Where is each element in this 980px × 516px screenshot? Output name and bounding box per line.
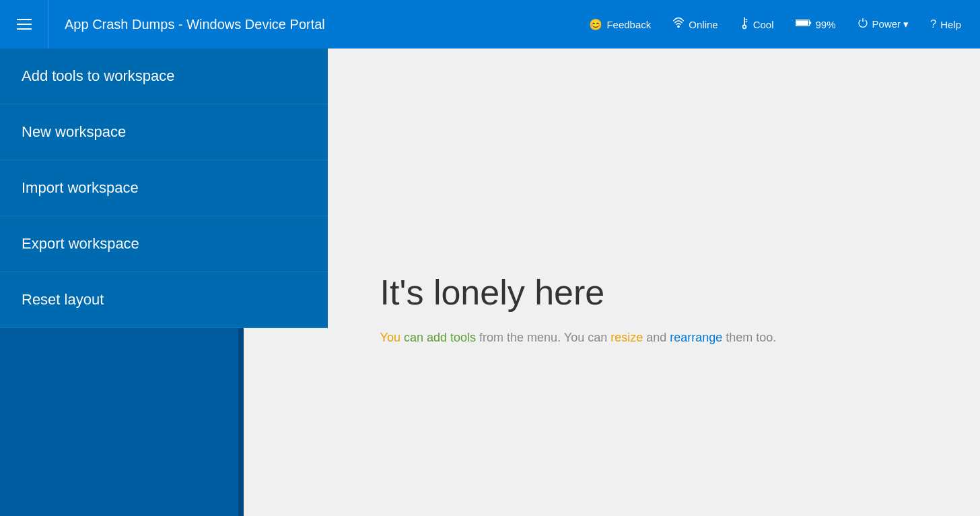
subtext-word-can: can: [400, 331, 427, 344]
online-label: Online: [689, 19, 718, 30]
power-icon: [858, 18, 868, 31]
power-button[interactable]: Power ▾: [849, 12, 917, 36]
battery-button[interactable]: 99%: [788, 13, 844, 36]
main-area: Hologram Stability Kiosk mode Logging Ma…: [0, 49, 980, 516]
lonely-subtext: You can add tools from the menu. You can…: [380, 329, 777, 347]
content-inner: It's lonely here You can add tools from …: [367, 259, 790, 360]
dropdown-import-workspace[interactable]: Import workspace: [0, 160, 328, 216]
power-label: Power ▾: [872, 18, 909, 30]
header-actions: 😊 Feedback Online: [581, 11, 980, 38]
battery-icon: [796, 18, 812, 30]
dropdown-add-tools[interactable]: Add tools to workspace: [0, 49, 328, 104]
subtext-word-you: You: [380, 331, 400, 344]
subtext-word-resize: resize: [610, 331, 643, 344]
subtext-word-and: and: [643, 331, 670, 344]
dropdown-new-workspace[interactable]: New workspace: [0, 104, 328, 160]
online-icon: [672, 17, 685, 32]
battery-label: 99%: [816, 19, 836, 30]
svg-point-2: [742, 25, 746, 28]
svg-rect-6: [796, 21, 808, 26]
help-icon: ?: [930, 18, 936, 30]
hamburger-icon: [17, 19, 32, 30]
svg-point-0: [678, 26, 679, 27]
online-button[interactable]: Online: [664, 11, 726, 37]
dropdown-import-workspace-label: Import workspace: [22, 179, 139, 196]
dropdown-new-workspace-label: New workspace: [22, 123, 126, 140]
subtext-word-rearrange: rearrange: [670, 331, 722, 344]
dropdown-export-workspace[interactable]: Export workspace: [0, 216, 328, 272]
help-label: Help: [940, 19, 961, 30]
lonely-heading: It's lonely here: [380, 272, 777, 313]
feedback-label: Feedback: [606, 19, 651, 30]
dropdown-reset-layout-label: Reset layout: [22, 291, 104, 308]
feedback-icon: 😊: [589, 18, 602, 31]
app-title: App Crash Dumps - Windows Device Portal: [48, 17, 581, 32]
dropdown-export-workspace-label: Export workspace: [22, 235, 139, 252]
subtext-word-you2: You can: [561, 331, 610, 344]
content-area: It's lonely here You can add tools from …: [244, 49, 980, 516]
subtext-word-from: from the menu.: [476, 331, 561, 344]
cool-label: Cool: [753, 19, 774, 30]
cool-button[interactable]: Cool: [732, 11, 782, 38]
dropdown-reset-layout[interactable]: Reset layout: [0, 272, 328, 328]
menu-button[interactable]: [0, 0, 48, 49]
subtext-word-add: add tools: [427, 331, 476, 344]
help-button[interactable]: ? Help: [922, 13, 969, 36]
subtext-word-them: them too.: [722, 331, 776, 344]
svg-rect-7: [809, 22, 811, 24]
feedback-button[interactable]: 😊 Feedback: [581, 13, 659, 36]
dropdown-add-tools-label: Add tools to workspace: [22, 67, 174, 84]
header: App Crash Dumps - Windows Device Portal …: [0, 0, 980, 49]
temperature-icon: [740, 16, 749, 32]
dropdown-menu: Add tools to workspace New workspace Imp…: [0, 49, 328, 328]
